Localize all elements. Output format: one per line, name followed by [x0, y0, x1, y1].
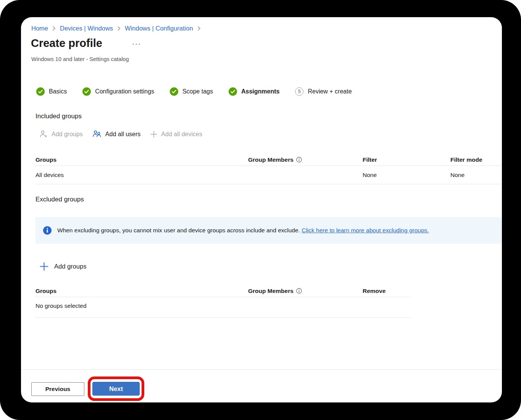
person-add-icon [39, 130, 48, 138]
breadcrumb-devices-windows[interactable]: Devices | Windows [60, 25, 113, 32]
info-filled-icon [43, 226, 52, 235]
breadcrumb-windows-configuration[interactable]: Windows | Configuration [125, 25, 193, 32]
red-highlight-annotation: Next [88, 377, 144, 401]
step-basics[interactable]: Basics [36, 87, 67, 96]
check-circle-icon [36, 87, 45, 96]
context-menu-ellipsis-icon[interactable]: ··· [132, 41, 142, 47]
cell-filter: None [363, 172, 450, 179]
table-header-row: Groups Group Members Remove [35, 282, 410, 297]
create-profile-panel: Home Devices | Windows Windows | Configu… [21, 17, 502, 402]
col-remove: Remove [363, 288, 410, 294]
plus-icon [150, 130, 158, 138]
excluded-add-groups-label: Add groups [54, 263, 86, 270]
col-group-members-label: Group Members [248, 288, 294, 294]
table-row[interactable]: All devices None None [35, 166, 502, 184]
add-groups-label: Add groups [52, 131, 83, 138]
check-circle-icon [170, 87, 178, 96]
included-groups-actions: Add groups Add all users Add all devices [39, 130, 202, 138]
add-all-users-label: Add all users [105, 131, 141, 138]
step-label: Configuration settings [95, 88, 154, 95]
check-circle-icon [229, 87, 237, 96]
col-filter: Filter [363, 156, 450, 163]
info-icon[interactable] [296, 157, 302, 163]
add-all-devices-button[interactable]: Add all devices [150, 130, 202, 138]
breadcrumb-home[interactable]: Home [31, 25, 48, 32]
step-label: Scope tags [182, 88, 213, 95]
breadcrumb-chevron-icon [197, 26, 201, 31]
info-banner: When excluding groups, you cannot mix us… [35, 217, 502, 244]
page-subtitle: Windows 10 and later - Settings catalog [31, 56, 129, 62]
empty-table-row: No groups selected [35, 297, 410, 318]
previous-button[interactable]: Previous [31, 382, 84, 396]
excluded-add-groups-button[interactable]: Add groups [39, 262, 86, 271]
breadcrumb-chevron-icon [52, 26, 56, 31]
plus-icon [39, 262, 49, 271]
col-groups: Groups [35, 156, 248, 163]
add-all-users-button[interactable]: Add all users [92, 130, 141, 138]
excluded-groups-table: Groups Group Members Remove No groups se… [35, 282, 410, 318]
empty-state-text: No groups selected [35, 303, 248, 309]
step-review-create[interactable]: 5 Review + create [295, 87, 352, 96]
col-group-members-label: Group Members [248, 156, 294, 163]
breadcrumb-chevron-icon [117, 26, 121, 31]
check-circle-icon [82, 87, 91, 96]
people-icon [92, 130, 102, 138]
col-group-members: Group Members [248, 156, 363, 163]
step-scope-tags[interactable]: Scope tags [170, 87, 213, 96]
included-groups-table: Groups Group Members Filter Filter mode … [35, 151, 502, 184]
step-configuration-settings[interactable]: Configuration settings [82, 87, 154, 96]
step-assignments[interactable]: Assignments [229, 87, 279, 96]
banner-learn-more-link[interactable]: Click here to learn more about excluding… [302, 227, 429, 233]
cell-groups: All devices [35, 172, 248, 179]
included-groups-heading: Included groups [35, 113, 82, 120]
col-group-members: Group Members [248, 288, 363, 294]
step-label: Review + create [308, 88, 352, 95]
page-title: Create profile [31, 37, 102, 50]
table-header-row: Groups Group Members Filter Filter mode [35, 151, 502, 166]
footer-divider [21, 369, 502, 370]
step-label: Assignments [241, 88, 279, 95]
banner-text: When excluding groups, you cannot mix us… [57, 227, 429, 234]
col-groups: Groups [35, 288, 248, 294]
breadcrumb: Home Devices | Windows Windows | Configu… [31, 25, 201, 32]
add-all-devices-label: Add all devices [161, 131, 202, 138]
step-number-icon: 5 [295, 87, 303, 96]
next-button[interactable]: Next [92, 382, 140, 396]
cell-filter-mode: None [450, 172, 502, 179]
wizard-steps: Basics Configuration settings Scope tags… [36, 87, 352, 96]
add-groups-button[interactable]: Add groups [39, 130, 83, 138]
banner-message: When excluding groups, you cannot mix us… [57, 227, 300, 233]
excluded-groups-heading: Excluded groups [35, 196, 84, 203]
step-label: Basics [49, 88, 67, 95]
col-filter-mode: Filter mode [450, 156, 502, 163]
info-icon[interactable] [296, 288, 302, 294]
